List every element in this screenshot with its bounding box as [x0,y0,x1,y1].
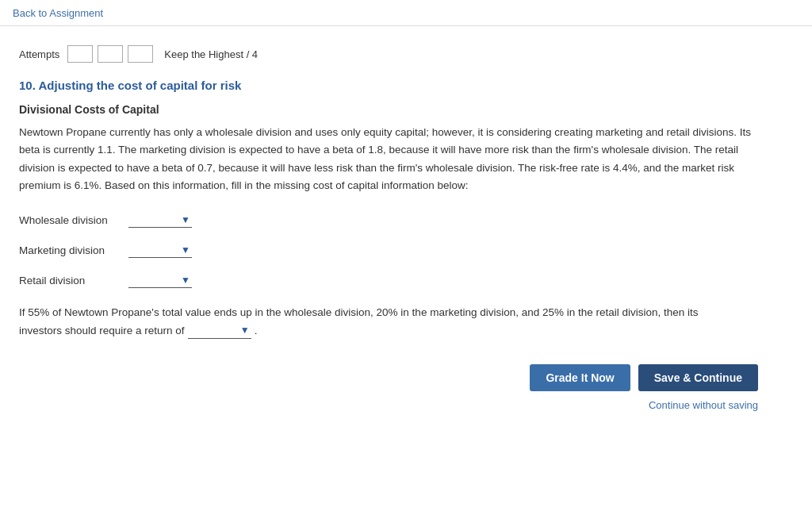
continue-without-saving-link[interactable]: Continue without saving [649,399,758,411]
marketing-dropdown[interactable]: 6.11% 7.11% 8.11% 9.11% 10.11% 11.11% 15… [128,242,186,257]
button-row: Grade It Now Save & Continue [530,364,758,391]
attempts-label: Attempts [19,48,59,60]
question-heading: Adjusting the cost of capital for risk [38,79,241,92]
attempt-box-3 [128,45,153,63]
top-bar: Back to Assignment [0,0,812,26]
bottom-sentence-section: If 55% of Newtown Propane's total value … [19,302,758,340]
return-dropdown-wrapper: 9.11% 10.11% 11.11% 12.11% ▼ [188,323,251,339]
retail-row: Retail division 6.11% 7.11% 8.11% 8.67% … [19,272,758,288]
marketing-dropdown-wrapper: 6.11% 7.11% 8.11% 9.11% 10.11% 11.11% 15… [128,242,192,258]
back-to-assignment-link[interactable]: Back to Assignment [13,7,103,19]
keep-highest-label: Keep the Highest / 4 [164,48,258,60]
wholesale-row: Wholesale division 6.11% 7.11% 8.11% 9.1… [19,212,758,228]
marketing-row: Marketing division 6.11% 7.11% 8.11% 9.1… [19,242,758,258]
bottom-text-part1: If 55% of Newtown Propane's total value … [19,306,699,318]
bottom-inline-row: investors should require a return of 9.1… [19,322,758,340]
main-content: Attempts Keep the Highest / 4 10. Adjust… [0,26,777,443]
wholesale-dropdown[interactable]: 6.11% 7.11% 8.11% 9.11% 10.11% 11.11% [128,212,186,227]
problem-text: Newtown Propane currently has only a who… [19,124,758,194]
action-row: Grade It Now Save & Continue Continue wi… [19,364,758,411]
save-continue-button[interactable]: Save & Continue [638,364,758,391]
retail-dropdown[interactable]: 6.11% 7.11% 8.11% 8.67% 9.11% 10.11% [128,272,186,287]
attempt-box-2 [98,45,123,63]
retail-dropdown-wrapper: 6.11% 7.11% 8.11% 8.67% 9.11% 10.11% ▼ [128,272,192,288]
marketing-label: Marketing division [19,244,122,256]
bottom-text-part3: . [255,322,258,340]
wholesale-dropdown-wrapper: 6.11% 7.11% 8.11% 9.11% 10.11% 11.11% ▼ [128,212,192,228]
return-dropdown[interactable]: 9.11% 10.11% 11.11% 12.11% [188,323,245,338]
section-title: Divisional Costs of Capital [19,103,758,116]
attempt-box-1 [67,45,93,63]
attempts-row: Attempts Keep the Highest / 4 [19,45,758,63]
question-number: 10. [19,79,36,92]
grade-it-now-button[interactable]: Grade It Now [530,364,630,391]
wholesale-label: Wholesale division [19,214,122,226]
bottom-text-part2: investors should require a return of [19,322,185,340]
retail-label: Retail division [19,275,122,286]
question-title: 10. Adjusting the cost of capital for ri… [19,79,758,92]
